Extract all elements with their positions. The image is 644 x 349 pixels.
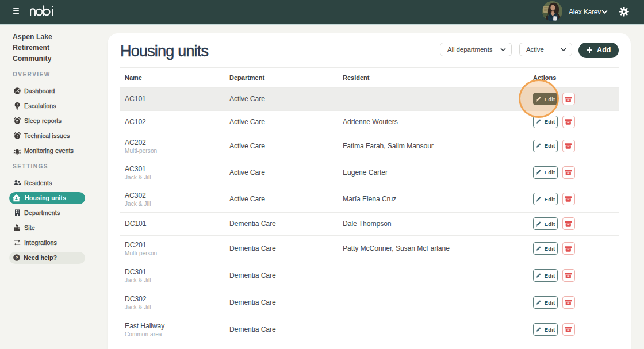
svg-text:?: ? xyxy=(16,255,18,260)
